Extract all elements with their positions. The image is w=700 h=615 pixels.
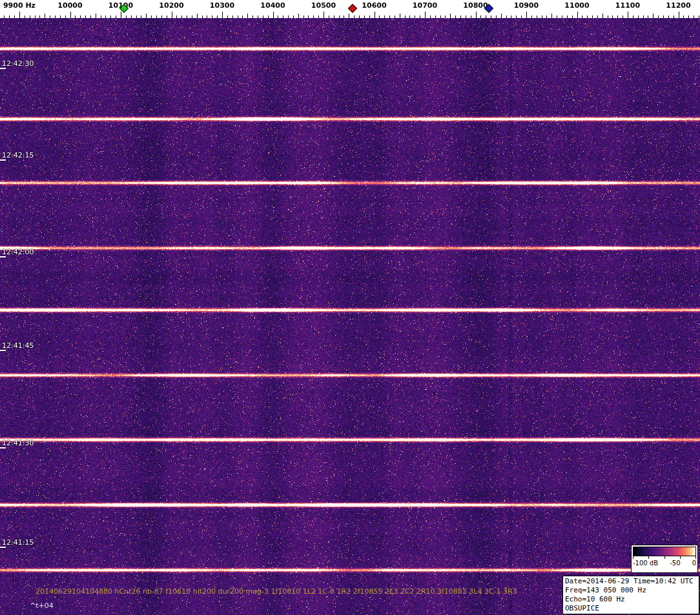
time-tick-label: 12:41:45 <box>2 342 34 350</box>
freq-tick-label: 10300 <box>210 1 234 10</box>
color-scale-legend: -100 dB -50 0 <box>631 545 698 573</box>
freq-tick-label: 10500 <box>311 1 336 10</box>
freq-tick-label: 9900 Hz <box>3 1 36 10</box>
freq-tick-label: 10700 <box>413 1 437 10</box>
legend-tick <box>664 556 665 559</box>
frequency-axis: 9900 Hz100001010010200103001040010500106… <box>0 0 700 18</box>
time-tick-mark <box>0 256 6 257</box>
time-tick-label: 12:42:00 <box>2 248 34 256</box>
time-tick-mark <box>0 547 6 548</box>
time-tick-mark <box>0 159 6 161</box>
time-tick-mark <box>0 447 6 449</box>
legend-tick <box>680 556 681 559</box>
time-tick-label: 12:41:30 <box>2 439 34 447</box>
time-tick-mark <box>0 350 6 351</box>
time-tick-label: 12:41:15 <box>2 539 34 547</box>
freq-tick-label: 11200 <box>666 1 690 10</box>
freq-tick-label: 10600 <box>362 1 386 10</box>
freq-tick-label: 10400 <box>260 1 285 10</box>
freq-tick-label: 10900 <box>514 1 539 10</box>
legend-tick <box>648 556 649 559</box>
legend-label-max: 0 <box>692 560 696 567</box>
color-scale-ticks <box>633 556 696 559</box>
info-date-time: Date=2014-06-29 Time=10:42 UTC <box>565 577 697 586</box>
freq-tick-label: 10200 <box>159 1 183 10</box>
spectrogram-app: 9900 Hz100001010010200103001040010500106… <box>0 0 700 615</box>
legend-tick <box>695 556 696 559</box>
detection-annotation: 20140629104104880 hCnt26 nb-87 f10610 hi… <box>36 587 517 596</box>
color-scale-labels: -100 dB -50 0 <box>633 560 696 567</box>
legend-label-min: -100 dB <box>633 560 658 567</box>
info-frequency: Freq=143 050 000 Hz <box>565 586 697 595</box>
info-echo: Echo=10 600 Hz <box>565 595 697 604</box>
freq-tick-label: 11100 <box>615 1 640 10</box>
time-tick-label: 12:42:30 <box>2 60 34 68</box>
info-station: OBSUPICE <box>565 604 697 613</box>
freq-tick-label: 11000 <box>564 1 589 10</box>
time-tick-label: 12:42:15 <box>2 152 34 159</box>
time-tick-mark <box>0 68 6 69</box>
spectrogram-canvas <box>0 18 700 615</box>
observation-info-panel: Date=2014-06-29 Time=10:42 UTC Freq=143 … <box>562 576 699 614</box>
color-scale-gradient <box>633 547 696 556</box>
freq-tick-label: 10000 <box>57 1 82 10</box>
legend-label-mid: -50 <box>670 560 680 567</box>
time-offset-label: ^t+04 <box>30 601 54 610</box>
legend-tick <box>633 556 633 559</box>
